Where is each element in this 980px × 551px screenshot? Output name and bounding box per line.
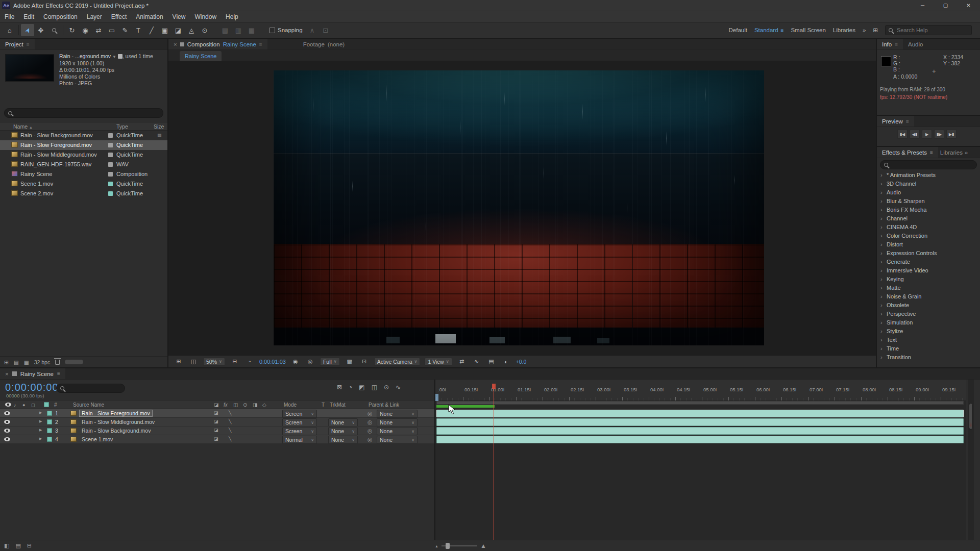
current-timecode[interactable]: 0:00:00:00 [5, 382, 59, 393]
panel-overflow-icon[interactable]: » [963, 147, 970, 158]
selection-tool[interactable]: ➤ [21, 24, 34, 36]
help-search-input[interactable] [896, 27, 962, 34]
layer-source-name[interactable]: Scene 1.mov [80, 436, 115, 442]
timeline-layer-row[interactable]: ▶2Rain - Slow Middleground.mov◪╲Screen∨N… [0, 418, 434, 427]
pan-behind-tool[interactable]: ⇄ [92, 24, 105, 36]
region-of-interest-icon[interactable]: ⊡ [359, 357, 370, 366]
expand-inout-icon[interactable]: ⊟ [27, 542, 32, 549]
project-item-row[interactable]: Rain - Slow Middleground.movQuickTime [0, 150, 167, 160]
project-search-input[interactable] [15, 110, 159, 117]
timeline-layer-row[interactable]: ▶4Scene 1.mov◪╲Normal∨None∨◎None∨ [0, 435, 434, 444]
frame-blending-icon[interactable]: ◫ [372, 384, 377, 391]
adjustment-switch-icon[interactable]: ◨ [253, 402, 257, 408]
chevron-right-icon[interactable]: › [880, 276, 883, 282]
graph-editor-icon[interactable]: ∿ [396, 384, 401, 391]
mask-visibility-icon[interactable]: ◔ [244, 357, 255, 366]
panel-close-icon[interactable]: × [174, 41, 177, 47]
next-frame-button[interactable]: ▮▶ [934, 130, 944, 139]
frame-blend-switch-icon[interactable]: ◫ [233, 402, 238, 408]
column-source-name[interactable]: Source Name [73, 402, 104, 408]
trkmat-select[interactable]: None∨ [328, 418, 358, 427]
mini-flowchart-icon[interactable]: ▤ [486, 357, 497, 366]
effects-category[interactable]: ›Boris FX Mocha [877, 206, 980, 215]
camera-view-select[interactable]: Active Camera∨ [374, 358, 421, 366]
pickwhip-icon[interactable]: ◎ [368, 428, 372, 434]
channel-settings-icon[interactable]: ◫ [188, 357, 199, 366]
effects-category[interactable]: ›Simulation [877, 319, 980, 328]
motion-blur-switch-icon[interactable]: ⊙ [243, 402, 247, 408]
column-trkmat[interactable]: TrkMat [330, 402, 346, 408]
chevron-right-icon[interactable]: › [880, 172, 883, 178]
label-chip[interactable] [108, 133, 113, 138]
layer-source-name[interactable]: Rain - Slow Background.mov [80, 428, 153, 434]
effects-category[interactable]: ›Noise & Grain [877, 293, 980, 302]
tab-effects-presets[interactable]: Effects & Presets≡ [877, 147, 938, 158]
project-search[interactable] [4, 108, 163, 118]
tab-info[interactable]: Info≡ [877, 39, 903, 49]
parent-link-select[interactable]: None∨ [377, 436, 418, 444]
chevron-right-icon[interactable]: › [880, 241, 883, 247]
column-parent-link[interactable]: Parent & Link [369, 402, 399, 408]
collapse-toggle[interactable]: ╲ [229, 436, 231, 441]
roto-brush-tool[interactable]: ◬ [185, 24, 198, 36]
effects-category[interactable]: ›Expression Controls [877, 249, 980, 258]
work-area-bar[interactable] [436, 401, 964, 405]
zoom-out-icon[interactable]: ▲ [435, 544, 438, 548]
zoom-tool[interactable] [47, 24, 61, 36]
chevron-right-icon[interactable]: › [880, 259, 883, 265]
workspace-small-screen[interactable]: Small Screen [791, 27, 825, 33]
panel-menu-icon[interactable]: ≡ [27, 41, 30, 47]
expand-layer-switches-icon[interactable]: ◧ [4, 542, 9, 549]
chevron-right-icon[interactable]: › [880, 189, 883, 195]
tab-project[interactable]: Project≡ [0, 39, 35, 49]
fx-switch-icon[interactable]: fx [224, 402, 228, 408]
workspace-menu-icon[interactable]: ≡ [781, 28, 784, 33]
solo-column-icon[interactable]: ● [22, 403, 25, 408]
effects-category[interactable]: ›CINEMA 4D [877, 223, 980, 232]
effects-category[interactable]: ›* Animation Presets [877, 171, 980, 180]
time-ruler[interactable]: :00f00:15f01:00f01:15f02:00f02:15f03:00f… [435, 380, 966, 401]
effects-category[interactable]: ›Audio [877, 189, 980, 197]
bit-depth-label[interactable]: 32 bpc [34, 359, 51, 365]
layer-visibility-toggle[interactable] [4, 437, 10, 441]
menu-layer[interactable]: Layer [82, 11, 107, 22]
snapshot-icon[interactable]: ◉ [290, 357, 301, 366]
timeline-search-input[interactable] [67, 385, 121, 392]
effects-search-input[interactable] [891, 161, 973, 168]
blend-mode-select[interactable]: Screen∨ [282, 427, 317, 435]
exposure-reset-icon[interactable]: ◐ [501, 357, 511, 366]
timeline-zoom-slider[interactable] [442, 545, 477, 546]
project-item-row[interactable]: RAIN_GEN-HDF-19755.wavWAV [0, 160, 167, 169]
menu-help[interactable]: Help [221, 11, 243, 22]
menu-effect[interactable]: Effect [107, 11, 131, 22]
3d-switch-icon[interactable]: ◇ [262, 402, 266, 408]
video-column-icon[interactable] [5, 403, 11, 407]
workspace-standard[interactable]: Standard≡ [754, 27, 784, 33]
new-folder-icon[interactable]: ▤ [14, 359, 19, 365]
parent-link-select[interactable]: None∨ [377, 410, 418, 418]
tab-audio[interactable]: Audio [903, 39, 928, 49]
chevron-right-icon[interactable]: › [880, 224, 883, 230]
effects-category[interactable]: ›Color Correction [877, 232, 980, 241]
label-chip[interactable] [108, 143, 113, 147]
label-chip[interactable] [108, 153, 113, 157]
show-snapshot-icon[interactable]: ◎ [305, 357, 315, 366]
effects-category[interactable]: ›Keying [877, 276, 980, 284]
lock-column-icon[interactable]: ◻ [31, 403, 35, 408]
layer-duration-bar[interactable] [436, 427, 964, 435]
collapse-toggle[interactable]: ╲ [229, 410, 231, 415]
project-item-row[interactable]: Scene 2.movQuickTime [0, 189, 167, 198]
effects-category[interactable]: ›Distort [877, 241, 980, 249]
comp-mini-flowchart-icon[interactable]: ⊠ [337, 384, 342, 391]
quality-switch-icon[interactable]: ◪ [214, 402, 218, 408]
effects-category[interactable]: ›Channel [877, 215, 980, 223]
layer-label-chip[interactable] [47, 419, 52, 424]
collapse-toggle[interactable]: ╲ [229, 428, 231, 433]
blend-mode-select[interactable]: Screen∨ [282, 418, 317, 427]
effects-category[interactable]: ›Generate [877, 258, 980, 267]
pixel-aspect-icon[interactable]: ⇄ [457, 357, 467, 366]
chevron-right-icon[interactable]: › [880, 250, 883, 256]
layer-source-name[interactable]: Rain - Slow Middleground.mov [80, 419, 157, 425]
layer-expand-icon[interactable]: ▶ [39, 428, 42, 432]
label-chip[interactable] [108, 182, 113, 186]
